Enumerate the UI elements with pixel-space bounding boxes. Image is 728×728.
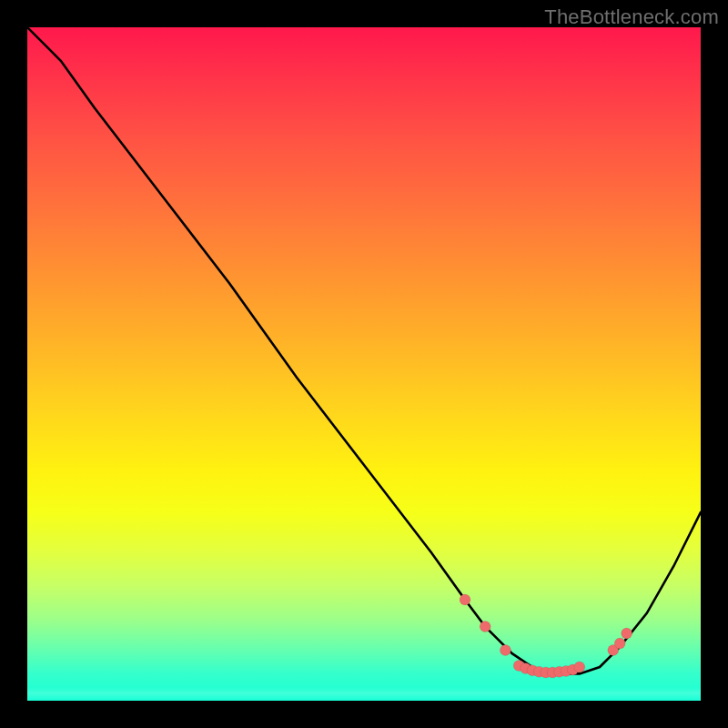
chart-frame: TheBottleneck.com [0, 0, 728, 728]
data-point [480, 622, 490, 632]
watermark-text: TheBottleneck.com [544, 5, 719, 29]
bottleneck-curve [27, 27, 701, 673]
data-point [500, 645, 511, 656]
data-point [574, 662, 585, 672]
data-point [460, 594, 470, 605]
plot-area [27, 27, 701, 701]
data-points [460, 594, 632, 678]
data-point [614, 638, 625, 649]
data-point [622, 628, 632, 639]
curve-svg [27, 27, 701, 701]
